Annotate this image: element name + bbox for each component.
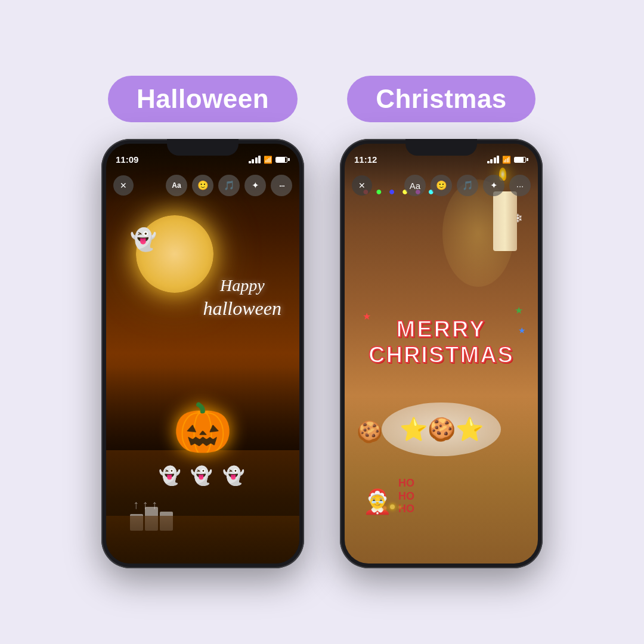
- halloween-topbar: 11:09 📶: [116, 154, 290, 165]
- wifi-icon: 📶: [264, 156, 273, 164]
- halloween-status-icons: 📶: [249, 156, 290, 164]
- halloween-greeting-text: Happy halloween: [203, 275, 281, 321]
- halloween-phone: 👻 Happy halloween 🎃 👻 👻 👻: [101, 139, 304, 568]
- more-button-2[interactable]: ···: [509, 175, 531, 196]
- halloween-time: 11:09: [116, 154, 138, 165]
- star-left: ★: [363, 311, 371, 322]
- christmas-background: ● ● ● ● ● ● ❄ ❄: [345, 144, 538, 564]
- music-button-2[interactable]: 🎵: [457, 175, 478, 196]
- halloween-screen: 👻 Happy halloween 🎃 👻 👻 👻: [106, 144, 299, 564]
- halloween-toolbar: ✕ Aa 🙂 🎵 ✦ ···: [113, 175, 292, 196]
- signal-icon-2: [487, 156, 500, 163]
- toolbar-center-buttons: Aa 🙂 🎵 ✦ ···: [166, 175, 292, 196]
- bokeh-lights: [374, 504, 401, 510]
- wifi-icon-2: 📶: [502, 156, 511, 164]
- star-right: ★: [515, 305, 523, 316]
- music-button[interactable]: 🎵: [218, 175, 240, 196]
- christmas-phone: ● ● ● ● ● ● ❄ ❄: [340, 139, 543, 568]
- halloween-background: 👻 Happy halloween 🎃 👻 👻 👻: [106, 144, 299, 564]
- halloween-label: Halloween: [108, 76, 298, 122]
- santa-sticker: 🤶: [363, 488, 392, 516]
- toolbar-center-buttons-2: Aa 🙂 🎵 ✦ ···: [404, 175, 531, 196]
- halloween-ghost-sticker: 👻: [130, 227, 157, 252]
- christmas-time: 11:12: [354, 154, 377, 165]
- effects-button-2[interactable]: ✦: [483, 175, 504, 196]
- christmas-label: Christmas: [347, 76, 535, 122]
- christmas-toolbar: ✕ Aa 🙂 🎵 ✦ ···: [352, 175, 531, 196]
- sticker-button-2[interactable]: 🙂: [431, 175, 452, 196]
- christmas-tree-cookies: 🍪: [357, 420, 383, 444]
- more-button[interactable]: ···: [271, 175, 292, 196]
- halloween-water-reflection: [106, 516, 299, 564]
- sticker-button[interactable]: 🙂: [192, 175, 213, 196]
- text-button[interactable]: Aa: [166, 175, 187, 196]
- cookie-plate: ⭐🍪⭐: [382, 402, 501, 456]
- merry-christmas-text: MERRY CHRISTMAS: [364, 317, 519, 368]
- christmas-topbar: 11:12 📶: [354, 154, 528, 165]
- battery-icon-2: [514, 157, 528, 163]
- star-right-2: ★: [518, 326, 526, 335]
- battery-icon: [275, 157, 290, 163]
- christmas-section: Christmas ● ● ● ● ● ●: [340, 76, 543, 568]
- ho-ho-ho-text: HO HO HO: [398, 477, 414, 516]
- main-container: Halloween 👻 Happy halloween: [0, 0, 644, 644]
- close-button-2[interactable]: ✕: [352, 175, 372, 196]
- effects-button[interactable]: ✦: [244, 175, 266, 196]
- halloween-pumpkin: 🎃: [173, 400, 233, 456]
- christmas-screen: ● ● ● ● ● ● ❄ ❄: [345, 144, 538, 564]
- halloween-ghosts-row: 👻 👻 👻: [159, 465, 247, 486]
- halloween-section: Halloween 👻 Happy halloween: [101, 76, 304, 568]
- close-button[interactable]: ✕: [113, 175, 134, 196]
- text-button-2[interactable]: Aa: [404, 175, 426, 196]
- christmas-bottom-row: 🤶 HO HO HO: [363, 477, 414, 516]
- christmas-status-icons: 📶: [487, 156, 529, 164]
- signal-icon: [249, 156, 261, 163]
